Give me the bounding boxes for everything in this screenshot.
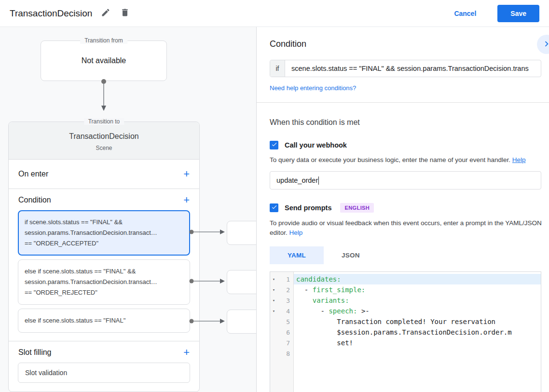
slot-validation-card[interactable]: Slot validation [18,363,190,383]
condition-connector-arrow [188,317,227,325]
transition-from-box[interactable]: Transition from Not available [41,41,167,81]
line-number: 5 [277,318,293,325]
section-divider [257,102,549,103]
condition-card-final[interactable]: else if scene.slots.status == "FINAL" [18,309,190,333]
on-enter-label: On enter [18,170,48,178]
tab-yaml[interactable]: YAML [270,246,324,264]
condition-section-head: Condition + [9,189,199,210]
edit-button[interactable] [101,8,110,19]
code-line: - first_simple: [294,284,541,295]
condition-card-accepted[interactable]: if scene.slots.status == "FINAL" && sess… [18,210,190,256]
editor-tabs: YAML JSON [270,246,549,264]
when-condition-met-title: When this condition is met [270,118,549,127]
event-handler-input[interactable]: update_order [270,171,541,189]
pencil-icon [101,8,110,19]
send-prompts-label: Send prompts [285,204,331,212]
checkmark-icon [271,203,277,212]
save-button[interactable]: Save [497,5,539,22]
scene-name: TransactionDecision [9,132,199,141]
call-webhook-label: Call your webhook [285,141,347,149]
send-prompts-checkbox[interactable] [270,203,278,212]
cancel-button[interactable]: Cancel [451,9,479,18]
condition-line: == "ORDER_REJECTED" [25,287,183,298]
transition-target-box[interactable] [227,310,256,334]
code-line: Transaction completed! Your reservation [294,316,541,327]
editor-code-area[interactable]: candidates: - first_simple: variants: - … [294,272,541,392]
condition-detail-panel: Condition if scene.slots.status == "FINA… [256,27,549,392]
line-number: 2 [277,286,293,294]
add-condition-button[interactable]: + [183,195,190,205]
editor-gutter: ▾1 ▾2 ▾3 ▾4 5 6 7 8 [270,272,294,392]
transition-target-box[interactable] [227,270,256,294]
slot-filling-head: Slot filling + [9,341,199,363]
delete-button[interactable] [120,8,130,19]
code-line: variants: [294,295,541,306]
condition-label: Condition [18,196,51,204]
scene-type-label: Scene [9,145,199,151]
code-line: - speech: >- [294,306,541,316]
slot-filling-section: Slot filling + Slot validation [9,341,199,392]
condition-connector-arrow [188,228,227,236]
collapse-panel-button[interactable] [537,35,549,54]
code-line [294,348,541,359]
line-number: 3 [277,297,293,304]
condition-connector-arrow [188,277,227,285]
code-line: $session.params.TransactionDecision.orde… [294,327,541,338]
line-number: 1 [277,276,293,283]
vertical-connector-arrow [100,79,107,112]
condition-line: == "ORDER_ACCEPTED" [25,238,183,249]
panel-title: Condition [270,39,549,49]
page-title: TransactionDecision [10,8,92,19]
tab-json[interactable]: JSON [324,246,378,264]
condition-line: if scene.slots.status == "FINAL" && [25,217,183,228]
prompts-help-link[interactable]: Help [289,229,303,236]
transition-to-card: Transition to TransactionDecision Scene … [8,122,200,392]
scene-diagram-canvas: Transition from Not available Transition… [0,27,256,392]
fold-arrow-icon[interactable]: ▾ [270,287,277,292]
line-number: 8 [277,350,293,357]
if-prefix: if [270,60,285,77]
condition-section: Condition + if scene.slots.status == "FI… [9,189,199,341]
transition-target-box[interactable] [227,221,256,245]
condition-card-rejected[interactable]: else if scene.slots.status == "FINAL" &&… [18,259,190,305]
webhook-help-link[interactable]: Help [512,156,526,163]
conditions-help-link[interactable]: Need help entering conditions? [270,84,356,92]
condition-line: session.params.TransactionDecision.trans… [25,277,183,287]
language-badge: ENGLISH [340,203,374,213]
yaml-code-editor[interactable]: ▾1 ▾2 ▾3 ▾4 5 6 7 8 candidates: - first_… [270,271,541,392]
fold-arrow-icon[interactable]: ▾ [270,277,277,282]
call-webhook-row: Call your webhook [270,141,549,149]
fold-arrow-icon[interactable]: ▾ [270,298,277,303]
webhook-description-text: To query data or execute your business l… [270,156,510,163]
code-line: candidates: [294,274,541,284]
scene-card-header[interactable]: Transition to TransactionDecision Scene [9,122,199,160]
line-number: 6 [277,329,293,336]
add-on-enter-button[interactable]: + [183,169,190,179]
prompts-description: To provide audio or visual feedback when… [270,218,549,238]
condition-line: session.params.TransactionDecision.trans… [25,228,183,238]
trash-icon [120,8,130,19]
prompts-description-line2: editor. [270,229,288,236]
call-webhook-checkbox[interactable] [270,141,278,149]
transition-to-label: Transition to [84,118,124,125]
prompts-description-line1: To provide audio or visual feedback when… [270,218,549,228]
checkmark-icon [271,141,277,149]
line-number: 7 [277,339,293,347]
condition-line: else if scene.slots.status == "FINAL" [25,315,183,326]
condition-expression-input[interactable]: scene.slots.status == "FINAL" && session… [285,60,541,77]
chevron-right-icon [541,39,549,51]
transition-from-label: Transition from [80,37,127,44]
on-enter-row: On enter + [9,160,199,189]
condition-line: else if scene.slots.status == "FINAL" && [25,266,183,277]
condition-expression-field: if scene.slots.status == "FINAL" && sess… [270,60,541,77]
top-bar: TransactionDecision Cancel Save [0,0,549,27]
add-slot-button[interactable]: + [183,348,190,357]
webhook-description: To query data or execute your business l… [270,155,549,165]
text-cursor [318,176,319,185]
code-line: set! [294,338,541,348]
transition-from-content: Not available [82,56,126,65]
send-prompts-row: Send prompts ENGLISH [270,203,549,213]
line-number: 4 [277,308,293,315]
slot-filling-label: Slot filling [18,348,51,357]
fold-arrow-icon[interactable]: ▾ [270,309,277,313]
